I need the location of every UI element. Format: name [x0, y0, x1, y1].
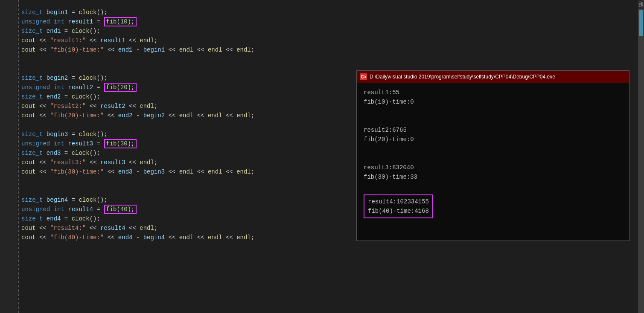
dashed-line [18, 0, 19, 313]
code-line: size_t begin1 = clock (); [0, 8, 638, 17]
function: clock [79, 8, 96, 17]
code-editor[interactable]: size_t begin1 = clock (); unsigned int r… [0, 0, 638, 313]
terminal-line-empty [364, 144, 622, 154]
terminal-line: fib(30)-time:33 [364, 172, 622, 182]
fib30-highlight: fib(30); [104, 139, 136, 148]
variable: begin1 [47, 8, 68, 17]
terminal-result4-highlight: result4:102334155 fib(40)-time:4168 [364, 194, 433, 218]
terminal-line-empty [364, 154, 622, 163]
terminal-line-empty [364, 116, 622, 125]
minimap-highlight [639, 10, 643, 36]
code-line: size_t end1 = clock (); [0, 26, 638, 36]
code-line-empty [0, 55, 638, 64]
terminal-line-empty [364, 107, 622, 116]
main-container: size_t begin1 = clock (); unsigned int r… [0, 0, 644, 313]
code-line: cout << "result1:" << result1 << endl ; [0, 36, 638, 45]
fib20-highlight: fib(20); [104, 83, 136, 92]
terminal-line: result2:6765 [364, 125, 622, 135]
code-line: cout << "fib(10)-time:" << end1 - begin1… [0, 45, 638, 55]
terminal-title: D:\Daily\visual studio 2019\program\self… [370, 74, 555, 80]
terminal-icon: C> [360, 73, 367, 80]
search-label: 搜 [638, 0, 644, 9]
terminal-line: result3:832040 [364, 163, 622, 172]
fib10-highlight: fib(10); [104, 17, 136, 26]
code-line: unsigned int result1 = fib(10); [0, 17, 638, 26]
terminal-line: fib(20)-time:0 [364, 135, 622, 144]
terminal-line: result1:55 [364, 88, 622, 97]
keyword: size_t [21, 8, 43, 17]
terminal-window: C> D:\Daily\visual studio 2019\program\s… [356, 70, 629, 241]
terminal-line: fib(10)-time:0 [364, 97, 622, 107]
terminal-line-empty [364, 182, 622, 191]
terminal-result4-line1: result4:102334155 [368, 197, 429, 206]
fib40-highlight: fib(40); [104, 205, 136, 214]
scrollbar-area[interactable]: 搜 [638, 0, 644, 313]
terminal-titlebar: C> D:\Daily\visual studio 2019\program\s… [357, 71, 629, 83]
gutter [0, 0, 17, 313]
terminal-result4-line2: fib(40)-time:4168 [368, 206, 429, 216]
terminal-body: result1:55 fib(10)-time:0 result2:6765 f… [357, 83, 629, 223]
